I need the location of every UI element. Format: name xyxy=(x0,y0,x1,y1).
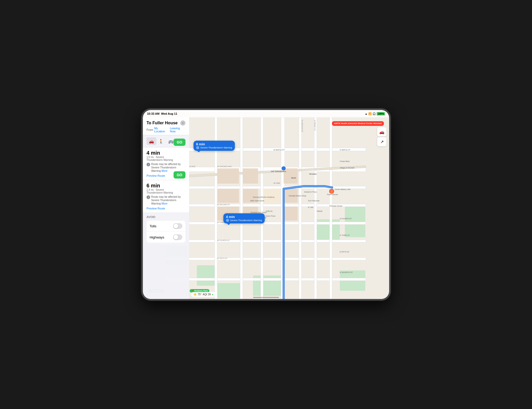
route-2-warning: ℹ Route may be affected by Severe Thunde… xyxy=(147,195,185,205)
svg-text:W SIXTH ST: W SIXTH ST xyxy=(217,257,228,259)
status-bar: 10:33 AM Wed Aug 11 ▲ 📶 🎧 100% xyxy=(143,110,389,117)
go-button-2[interactable]: GO xyxy=(174,171,185,179)
warning-icon-1 xyxy=(196,146,199,149)
status-time: 10:33 AM Wed Aug 11 xyxy=(147,112,177,115)
car-nav-button[interactable]: 🚗 xyxy=(377,127,387,137)
svg-text:E SEVENTH ST: E SEVENTH ST xyxy=(340,271,353,273)
svg-rect-22 xyxy=(330,117,332,299)
highways-label: Highways xyxy=(150,235,164,239)
transport-walk-button[interactable]: 🚶 xyxy=(156,137,166,145)
callout-warning-2: Severe Thunderstorm Warning xyxy=(226,219,262,222)
highways-toggle[interactable] xyxy=(173,234,182,240)
callout-time-1: 6 min xyxy=(196,142,232,146)
svg-text:Vistro Prime: Vistro Prime xyxy=(266,215,275,217)
svg-text:W CHICAGO AVE: W CHICAGO AVE xyxy=(217,166,232,167)
battery-icon: 100% xyxy=(377,112,385,115)
route-1-more-link[interactable]: More xyxy=(162,169,168,172)
tolls-toggle[interactable] xyxy=(173,223,182,229)
svg-text:E FIFTH ST: E FIFTH ST xyxy=(340,251,349,253)
avoid-highways-row: Highways xyxy=(147,232,185,243)
tolls-label: Tolls xyxy=(150,224,156,228)
robbins-park-icon: 🌿 xyxy=(191,290,194,292)
svg-text:N LINCOLN ST: N LINCOLN ST xyxy=(301,120,303,132)
svg-text:Chase Bank: Chase Bank xyxy=(340,160,350,162)
avoid-title: Avoid xyxy=(147,215,185,219)
svg-rect-2 xyxy=(197,265,215,286)
nav-buttons: 🚗 ↗ xyxy=(377,127,387,146)
route-callout-2[interactable]: 4 min Severe Thunderstorm Warning xyxy=(223,213,265,223)
route-1-time: 4 min xyxy=(147,150,174,156)
svg-rect-25 xyxy=(243,168,258,184)
callout-warning-1: Severe Thunderstorm Warning xyxy=(196,146,232,149)
close-button[interactable]: × xyxy=(180,120,185,126)
svg-text:BMO Harris Bank: BMO Harris Bank xyxy=(250,200,264,202)
svg-text:Fuller House: Fuller House xyxy=(327,194,338,195)
route-2-more-link[interactable]: More xyxy=(162,202,168,205)
route-item-2: 6 min 1.4 mi · Severe Thunderstorm Warni… xyxy=(143,180,189,213)
svg-rect-12 xyxy=(166,222,366,224)
temperature: 75° xyxy=(198,293,202,296)
svg-point-70 xyxy=(282,166,286,171)
svg-text:Mobil: Mobil xyxy=(291,177,296,179)
svg-text:Corner Bakery Cafe: Corner Bakery Cafe xyxy=(335,188,350,190)
warning-icon-route-2: ℹ xyxy=(147,195,150,199)
svg-rect-15 xyxy=(166,278,366,281)
svg-text:Hinsdale: Hinsdale xyxy=(309,173,317,175)
svg-text:E MAPLE ST: E MAPLE ST xyxy=(340,149,350,151)
svg-rect-33 xyxy=(284,207,298,221)
svg-text:N GRANT ST: N GRANT ST xyxy=(314,120,316,131)
home-indicator xyxy=(253,297,279,298)
route-2-warning-text: Route may be affected by Severe Thunders… xyxy=(151,195,185,205)
info-icon: ℹ xyxy=(147,163,150,166)
from-row: From My Location Leaving Now xyxy=(147,127,185,133)
svg-rect-14 xyxy=(166,258,366,260)
svg-rect-18 xyxy=(261,117,263,299)
avoid-section: Avoid Tolls Highways xyxy=(143,213,189,245)
svg-text:Nabuki: Nabuki xyxy=(317,210,323,212)
warning-icon-route-1: ℹ xyxy=(147,163,150,166)
from-location[interactable]: My Location xyxy=(154,127,169,133)
route-1-distance: 1.0 mi · Severe Thunderstorm Warning xyxy=(147,156,174,161)
aqi: AQI 39 xyxy=(203,293,211,296)
svg-text:CHT Orthodontics: CHT Orthodontics xyxy=(271,171,286,172)
avoid-card: Tolls Highways xyxy=(147,221,185,243)
svg-text:W MAPLE ST: W MAPLE ST xyxy=(274,149,285,151)
route-callout-1[interactable]: 6 min Severe Thunderstorm Warning xyxy=(194,141,235,151)
preview-route-2-link[interactable]: Preview Route xyxy=(147,207,185,210)
aqi-dot: ● xyxy=(212,293,213,296)
route-2-time: 6 min xyxy=(147,183,174,188)
svg-text:ℹ: ℹ xyxy=(148,196,149,198)
svg-text:Nuturing Wisdom Academy: Nuturing Wisdom Academy xyxy=(253,196,275,198)
weather-bar: ☀️ 75° AQI 39 ● xyxy=(191,292,216,297)
svg-text:E THIRD ST: E THIRD ST xyxy=(340,234,350,236)
svg-text:Toni Patisserie: Toni Patisserie xyxy=(308,200,320,202)
sidebar-panel: To Fuller House × From My Location Leavi… xyxy=(143,117,189,299)
location-button[interactable]: ↗ xyxy=(377,137,387,146)
svg-rect-6 xyxy=(217,283,240,298)
svg-rect-21 xyxy=(314,117,317,299)
svg-text:W SECOND ST: W SECOND ST xyxy=(217,204,230,206)
leaving-now[interactable]: Leaving Now xyxy=(170,127,185,133)
svg-text:E FOURTH ST: E FOURTH ST xyxy=(340,218,352,220)
svg-text:ℹ: ℹ xyxy=(148,164,149,166)
svg-text:Hinsdale Dental: Hinsdale Dental xyxy=(330,205,342,207)
go-button-1[interactable]: GO xyxy=(174,139,185,146)
sidebar-header: To Fuller House × From My Location Leavi… xyxy=(143,117,189,135)
svg-rect-29 xyxy=(263,189,280,203)
svg-rect-24 xyxy=(217,168,239,184)
warning-icon-2 xyxy=(226,219,229,222)
svg-text:Hollis Ac: Hollis Ac xyxy=(266,210,273,212)
wifi-icon: ▲ xyxy=(365,112,368,115)
svg-text:& Cafe: & Cafe xyxy=(308,206,313,208)
svg-rect-30 xyxy=(217,189,239,203)
weather-icon: ☀️ xyxy=(194,293,197,296)
callout-time-2: 4 min xyxy=(226,215,262,219)
svg-rect-20 xyxy=(299,117,302,299)
from-label: From xyxy=(147,128,153,131)
signal-icon: 📶 xyxy=(368,112,371,115)
svg-text:W FOURTH ST: W FOURTH ST xyxy=(217,240,230,241)
hospital-marker[interactable]: AMITA Health Adventist Medical Center Hi… xyxy=(332,121,384,126)
transport-car-button[interactable]: 🚗 xyxy=(147,137,156,145)
headphone-icon: 🎧 xyxy=(373,112,376,115)
svg-rect-13 xyxy=(166,240,366,242)
